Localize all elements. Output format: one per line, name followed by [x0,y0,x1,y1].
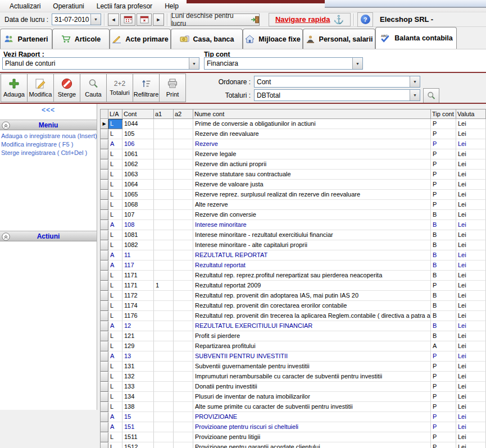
table-row[interactable]: L1172Rezultatul rep. provenit din adopta… [101,291,486,301]
chevron-down-icon[interactable]: ▼ [410,76,420,87]
collapse-section-icon[interactable] [2,121,10,130]
row-selector[interactable] [101,321,108,331]
table-row[interactable]: L1063Rezerve statutare sau contractualeP… [101,170,486,180]
chevron-down-icon[interactable]: ▼ [352,58,362,69]
report-combobox[interactable]: Planul de conturi ▼ [2,57,199,70]
column-header[interactable]: Valuta [456,109,486,119]
table-row[interactable]: L1064Rezerve de valoare justaPLei [101,180,486,190]
row-selector[interactable] [101,412,108,422]
table-row[interactable]: ▶L1044Prime de conversie a obligatiunilo… [101,119,486,129]
row-selector[interactable] [101,230,108,240]
row-selector[interactable] [101,402,108,412]
add-button[interactable]: Adauga [1,74,28,102]
row-selector[interactable] [101,170,108,180]
table-row[interactable]: A117Rezultatul reportatBLei [101,260,486,271]
table-row[interactable]: L1081Interese minoritare - rezultatul ex… [101,230,486,240]
table-row[interactable]: L11711Rezultatul reportat 2009PLei [101,281,486,291]
menu-help[interactable]: Help [158,1,185,12]
table-row[interactable]: L1068Alte rezervePLei [101,200,486,210]
collapse-section-icon[interactable] [2,232,10,241]
table-row[interactable]: L121Profit si pierdereBLei [101,331,486,341]
tab-casa-banca[interactable]: Casa, banca [171,29,243,49]
open-months-button[interactable]: Luni deschise pentru lucru [171,13,260,26]
column-header[interactable]: L/A [108,109,122,119]
table-row[interactable]: L1171Rezultatul rep. reprez.profitul ner… [101,271,486,281]
column-header[interactable]: a1 [154,109,174,119]
totals-combobox[interactable]: DBTotal ▼ [254,89,420,101]
table-row[interactable]: L1176Rezultatul rep. provenit din trecer… [101,311,486,321]
row-selector[interactable] [101,250,108,260]
row-selector[interactable] [101,200,108,210]
table-row[interactable]: L1174Rezultatul rep. provenit din corect… [101,301,486,311]
row-selector[interactable] [101,422,108,432]
table-row[interactable]: L105Rezerve din reevaluarePLei [101,129,486,139]
delete-button[interactable]: Sterge [53,74,80,102]
row-selector[interactable] [101,129,108,139]
row-selector[interactable] [101,281,108,291]
row-selector[interactable] [101,362,108,372]
row-selector[interactable] [101,331,108,341]
table-row[interactable]: L1062Rezerve din actiuni propriiPLei [101,159,486,170]
table-row[interactable]: L107Rezerve din conversieBLei [101,210,486,220]
row-selector[interactable] [101,442,108,448]
table-row[interactable]: L134Plusuri de inventar de natura imobil… [101,392,486,402]
row-selector[interactable] [101,291,108,301]
totals-button[interactable]: 2+2 Totaluri [106,74,133,102]
table-row[interactable]: L138Alte sume primite cu caracter de sub… [101,402,486,412]
table-row[interactable]: L133Donatii pentru investitiiPLei [101,382,486,392]
totals-search-button[interactable] [423,88,439,103]
row-selector[interactable] [101,180,108,190]
sidebar-item-edit-record[interactable]: Modifica inregistrare ( F5 ) [1,141,97,148]
order-combobox[interactable]: Cont ▼ [254,76,420,88]
calendar-month-button[interactable] [120,13,135,26]
sidebar-collapse-button[interactable]: <<< [0,104,97,114]
refilter-button[interactable]: Refiltrare [133,74,160,102]
sidebar-menu-header[interactable]: Meniu [0,120,97,130]
edit-button[interactable]: Modifica [27,74,54,102]
row-selector[interactable] [101,311,108,321]
quick-navigation-button[interactable]: Navigare rapida ⚓ [269,13,351,26]
table-row[interactable]: L1512Provizioane pentru garantii acordat… [101,442,486,448]
menu-operatiuni[interactable]: Operatiuni [47,1,90,12]
table-row[interactable]: A12REZULTATUL EXERCITIULUI FINANCIARBLei [101,321,486,331]
row-selector[interactable] [101,190,108,200]
row-selector[interactable] [101,149,108,159]
row-selector[interactable] [101,139,108,149]
print-button[interactable]: Print [159,74,186,102]
search-button[interactable]: Cauta [80,74,107,102]
row-selector[interactable] [101,341,108,351]
row-selector[interactable] [101,260,108,271]
menu-lectii[interactable]: Lectii fara profesor [90,1,158,12]
menu-actualizari[interactable]: Actualizari [3,1,47,12]
row-selector[interactable] [101,159,108,170]
table-row[interactable]: L1065Rezerve reprez. surplusul realizat … [101,190,486,200]
tab-mijloace-fixe[interactable]: Mijloace fixe [243,29,303,49]
calendar-day-button[interactable] [137,13,152,26]
table-row[interactable]: L1511Provizioane pentru litigiiPLei [101,432,486,442]
chevron-down-icon[interactable]: ▼ [410,90,420,100]
table-row[interactable]: A106RezervePLei [101,139,486,149]
tab-balanta-contabila[interactable]: ABC Balanta contabila [375,27,457,49]
row-selector[interactable] [101,351,108,362]
prev-month-button[interactable]: ◄ [108,13,119,26]
table-row[interactable]: L129Repartizarea profituluiALei [101,341,486,351]
table-row[interactable]: A13SUBVENTII PENTRU INVESTITIIPLei [101,351,486,362]
row-selector[interactable] [101,271,108,281]
table-row[interactable]: A11REZULTATUL REPORTATBLei [101,250,486,260]
table-row[interactable]: L131Subventii guvernamentale pentru inve… [101,362,486,372]
table-row[interactable]: A151Provizioane ptentru riscuri si chelt… [101,422,486,432]
row-selector[interactable] [101,372,108,382]
row-selector[interactable] [101,301,108,311]
column-header[interactable]: Cont [122,109,154,119]
account-type-combobox[interactable]: Financiara ▼ [204,57,363,70]
row-selector[interactable] [101,210,108,220]
sidebar-actions-header[interactable]: Actiuni [0,231,97,241]
column-header[interactable]: Nume cont [193,109,431,119]
table-row[interactable]: L1082Interese minoritare - alte capitalu… [101,240,486,250]
column-header[interactable]: a2 [174,109,193,119]
current-row-marker[interactable]: ▶ [101,119,108,129]
next-month-button[interactable]: ► [153,13,164,26]
chevron-down-icon[interactable]: ▼ [189,58,199,69]
sidebar-item-delete-record[interactable]: Sterge inregistrarea ( Ctrl+Del ) [1,149,97,156]
working-date-combobox[interactable]: 31-07-2010 ▼ [52,13,101,25]
